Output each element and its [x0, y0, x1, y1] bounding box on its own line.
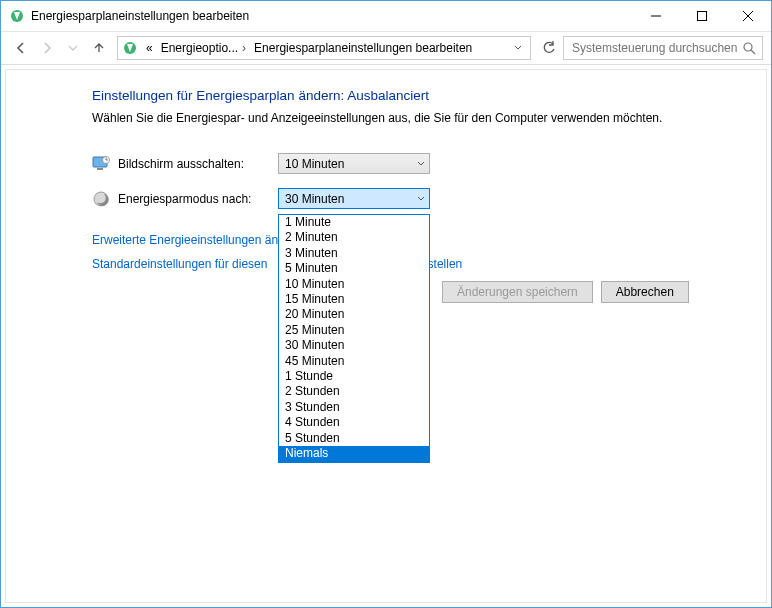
- dropdown-option[interactable]: 5 Stunden: [279, 431, 429, 446]
- breadcrumb-seg-2-label: Energiesparplaneinstellungen bearbeiten: [254, 41, 472, 55]
- dropdown-option[interactable]: Niemals: [279, 446, 429, 461]
- dropdown-option[interactable]: 5 Minuten: [279, 261, 429, 276]
- maximize-button[interactable]: [679, 1, 725, 31]
- search-box[interactable]: [563, 36, 763, 60]
- combo-sleep-value: 30 Minuten: [285, 192, 344, 206]
- row-display-off-label: Bildschirm ausschalten:: [118, 157, 278, 171]
- save-button[interactable]: Änderungen speichern: [442, 281, 593, 303]
- chevron-down-icon: [417, 160, 425, 168]
- combo-display-off[interactable]: 10 Minuten: [278, 153, 430, 174]
- dropdown-option[interactable]: 20 Minuten: [279, 307, 429, 322]
- dropdown-option[interactable]: 4 Stunden: [279, 415, 429, 430]
- svg-point-6: [744, 43, 752, 51]
- dropdown-option[interactable]: 3 Minuten: [279, 246, 429, 261]
- forward-button[interactable]: [35, 36, 59, 60]
- link-restore-defaults-part1: Standardeinstellungen für diesen: [92, 257, 267, 271]
- dropdown-option[interactable]: 2 Minuten: [279, 230, 429, 245]
- combo-display-off-value: 10 Minuten: [285, 157, 344, 171]
- page-description: Wählen Sie die Energiespar- und Anzeigee…: [92, 111, 752, 125]
- dropdown-option[interactable]: 15 Minuten: [279, 292, 429, 307]
- svg-rect-2: [698, 12, 707, 21]
- window-title: Energiesparplaneinstellungen bearbeiten: [31, 9, 633, 23]
- nav-toolbar: « Energieoptio... › Energiesparplaneinst…: [1, 31, 771, 65]
- dropdown-option[interactable]: 1 Stunde: [279, 369, 429, 384]
- breadcrumb-seg-2[interactable]: Energiesparplaneinstellungen bearbeiten: [250, 41, 476, 55]
- row-sleep-label: Energiesparmodus nach:: [118, 192, 278, 206]
- svg-rect-9: [97, 168, 103, 170]
- chevron-right-icon: ›: [242, 41, 246, 55]
- dropdown-option[interactable]: 1 Minute: [279, 215, 429, 230]
- dropdown-option[interactable]: 3 Stunden: [279, 400, 429, 415]
- dropdown-option[interactable]: 2 Stunden: [279, 384, 429, 399]
- search-input[interactable]: [570, 40, 743, 56]
- breadcrumb-dropdown-icon[interactable]: [510, 44, 526, 52]
- titlebar: Energiesparplaneinstellungen bearbeiten: [1, 1, 771, 31]
- chevron-down-icon: [417, 195, 425, 203]
- breadcrumb-seg-1-label: Energieoptio...: [161, 41, 238, 55]
- breadcrumb[interactable]: « Energieoptio... › Energiesparplaneinst…: [117, 36, 531, 60]
- moon-icon: [92, 190, 110, 208]
- combo-sleep[interactable]: 30 Minuten: [278, 188, 430, 209]
- dropdown-option[interactable]: 30 Minuten: [279, 338, 429, 353]
- breadcrumb-seg-1[interactable]: Energieoptio... ›: [157, 41, 250, 55]
- cancel-button[interactable]: Abbrechen: [601, 281, 689, 303]
- combo-sleep-dropdown[interactable]: 1 Minute2 Minuten3 Minuten5 Minuten10 Mi…: [278, 214, 430, 463]
- dropdown-option[interactable]: 10 Minuten: [279, 277, 429, 292]
- button-bar: Änderungen speichern Abbrechen: [442, 281, 752, 303]
- refresh-button[interactable]: [537, 36, 561, 60]
- breadcrumb-prefix[interactable]: «: [142, 41, 157, 55]
- content-pane: Einstellungen für Energiesparplan ändern…: [5, 69, 767, 603]
- page-heading: Einstellungen für Energiesparplan ändern…: [92, 88, 752, 103]
- up-button[interactable]: [87, 36, 111, 60]
- close-button[interactable]: [725, 1, 771, 31]
- breadcrumb-icon: [122, 40, 138, 56]
- minimize-button[interactable]: [633, 1, 679, 31]
- window: Energiesparplaneinstellungen bearbeiten …: [0, 0, 772, 608]
- search-icon: [743, 42, 756, 55]
- back-button[interactable]: [9, 36, 33, 60]
- row-sleep: Energiesparmodus nach: 30 Minuten: [92, 188, 752, 209]
- dropdown-option[interactable]: 45 Minuten: [279, 354, 429, 369]
- row-display-off: Bildschirm ausschalten: 10 Minuten: [92, 153, 752, 174]
- recent-button[interactable]: [61, 36, 85, 60]
- svg-line-7: [751, 50, 755, 54]
- link-restore-defaults-part2: stellen: [428, 257, 463, 271]
- dropdown-option[interactable]: 25 Minuten: [279, 323, 429, 338]
- app-icon: [9, 8, 25, 24]
- monitor-icon: [92, 155, 110, 173]
